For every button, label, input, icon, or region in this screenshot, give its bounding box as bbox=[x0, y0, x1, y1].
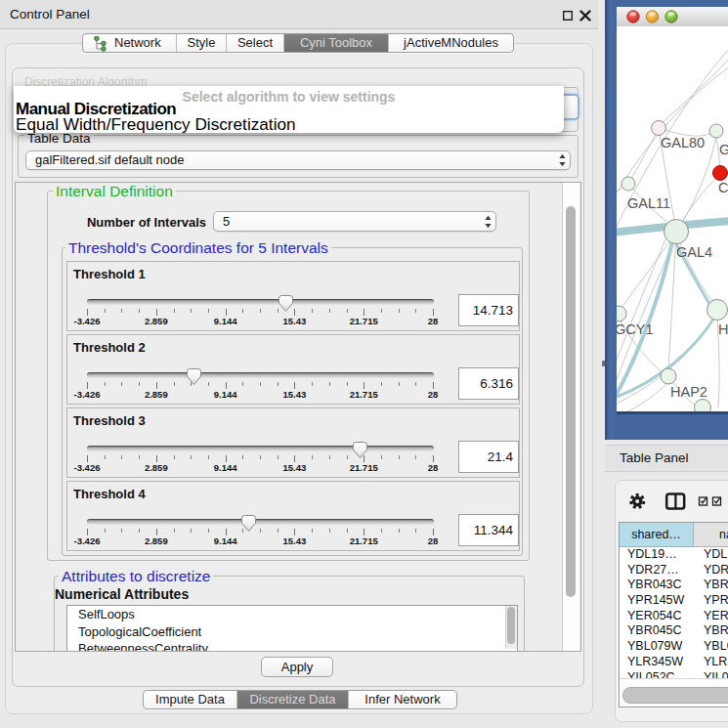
svg-text:C: C bbox=[718, 180, 728, 195]
svg-text:GAL80: GAL80 bbox=[661, 135, 705, 150]
svg-text:HAP2: HAP2 bbox=[670, 384, 707, 400]
svg-text:GAL4: GAL4 bbox=[676, 244, 712, 260]
svg-text:GAL11: GAL11 bbox=[627, 195, 670, 211]
svg-text:GCY1: GCY1 bbox=[617, 321, 654, 337]
svg-text:H: H bbox=[718, 321, 728, 337]
svg-text:G.: G. bbox=[719, 142, 728, 157]
